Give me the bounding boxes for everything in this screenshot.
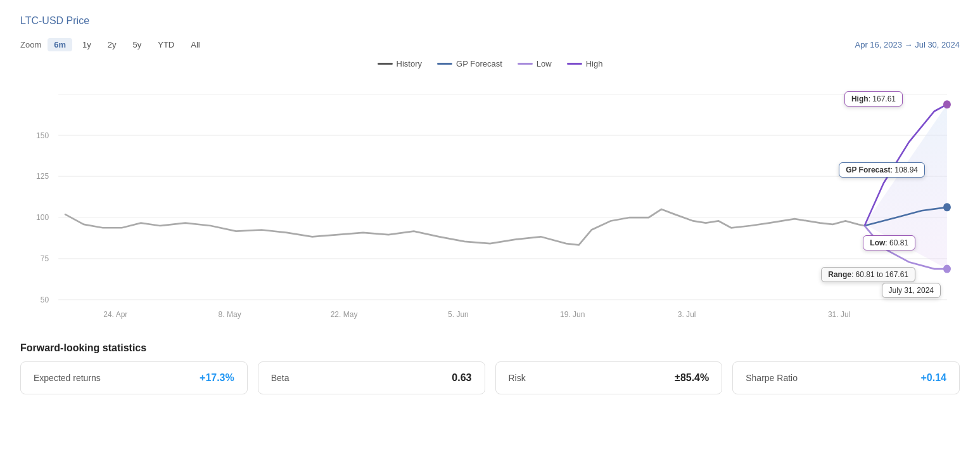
stat-label-risk: Risk [509,373,526,383]
legend-line-high [567,63,582,65]
tooltip-high: High: 167.61 [844,91,903,107]
svg-point-20 [943,100,951,108]
tooltip-high-label: High [851,94,869,103]
tooltip-gp: GP Forecast: 108.94 [839,162,925,178]
zoom-2y[interactable]: 2y [101,38,123,51]
svg-text:50: 50 [41,295,49,305]
stat-value-risk: ±85.4% [675,372,709,384]
zoom-all[interactable]: All [184,38,206,51]
stat-label-expected-returns: Expected returns [34,373,101,383]
svg-point-19 [943,203,951,211]
svg-text:100: 100 [36,213,49,223]
svg-text:31. Jul: 31. Jul [828,309,850,319]
svg-text:3. Jul: 3. Jul [678,309,696,319]
tooltip-high-value: : 167.61 [869,94,896,103]
stat-value-sharpe: +0.14 [921,372,946,384]
svg-text:19. Jun: 19. Jun [560,309,585,319]
stat-label-sharpe: Sharpe Ratio [746,373,798,383]
stat-card-risk: Risk ±85.4% [495,361,723,394]
legend-line-history [378,63,393,65]
stat-value-expected-returns: +17.3% [200,372,234,384]
zoom-1y[interactable]: 1y [76,38,98,51]
main-container: LTC-USD Price Zoom 6m 1y 2y 5y YTD All A… [0,0,980,410]
legend-high: High [567,59,603,68]
chart-area: 150 125 100 75 50 24. Apr 8. May 22. May… [20,74,960,327]
legend-label-high: High [586,59,603,68]
legend-low: Low [518,59,552,68]
zoom-5y[interactable]: 5y [127,38,148,51]
legend-label-history: History [397,59,422,68]
stat-card-beta: Beta 0.63 [258,361,485,394]
svg-text:75: 75 [41,254,49,264]
stats-section-title: Forward-looking statistics [20,342,960,354]
stat-label-beta: Beta [271,373,290,383]
tooltip-low-label: Low [870,238,885,247]
tooltip-gp-label: GP Forecast [846,165,890,174]
svg-text:24. Apr: 24. Apr [103,309,127,319]
zoom-ytd[interactable]: YTD [151,38,181,51]
stat-value-beta: 0.63 [452,372,471,384]
tooltip-range-value: : 60.81 to 167.61 [851,270,908,279]
legend-line-low [518,63,533,65]
legend-gp: GP Forecast [437,59,502,68]
chart-legend: History GP Forecast Low High [20,59,960,68]
tooltip-date: July 31, 2024 [882,283,941,298]
legend-line-gp [437,63,452,65]
svg-point-21 [943,265,951,273]
tooltip-range-label: Range [828,270,851,279]
zoom-bar: Zoom 6m 1y 2y 5y YTD All Apr 16, 2023 → … [20,38,960,51]
tooltip-low-value: : 60.81 [885,238,908,247]
svg-text:22. May: 22. May [331,309,358,319]
zoom-label: Zoom [20,40,41,49]
stats-cards: Expected returns +17.3% Beta 0.63 Risk ±… [20,361,960,394]
tooltip-gp-value: : 108.94 [891,165,918,174]
svg-text:8. May: 8. May [219,309,242,319]
stat-card-expected-returns: Expected returns +17.3% [20,361,248,394]
tooltip-date-value: July 31, 2024 [889,286,934,295]
zoom-6m[interactable]: 6m [48,38,72,51]
stat-card-sharpe: Sharpe Ratio +0.14 [732,361,960,394]
legend-history: History [378,59,422,68]
legend-label-gp: GP Forecast [456,59,502,68]
svg-text:5. Jun: 5. Jun [448,309,469,319]
svg-text:150: 150 [36,131,49,140]
zoom-controls: Zoom 6m 1y 2y 5y YTD All [20,38,207,51]
page-title: LTC-USD Price [20,15,960,27]
svg-text:125: 125 [36,172,49,181]
legend-label-low: Low [537,59,552,68]
tooltip-low: Low: 60.81 [863,235,915,250]
chart-svg: 150 125 100 75 50 24. Apr 8. May 22. May… [20,74,960,327]
tooltip-range: Range: 60.81 to 167.61 [821,267,915,282]
date-range: Apr 16, 2023 → Jul 30, 2024 [855,40,960,49]
